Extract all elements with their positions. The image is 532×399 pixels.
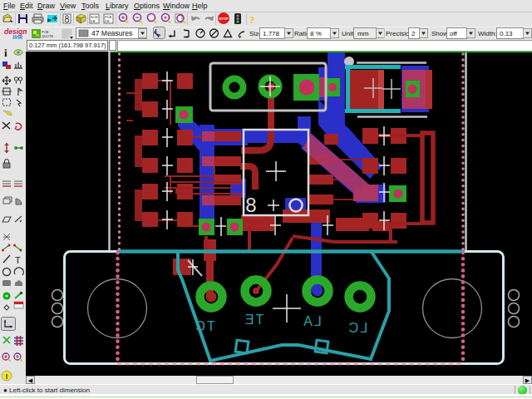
svg-text:2: 2	[411, 30, 416, 37]
svg-text:!: !	[6, 372, 8, 381]
svg-text:off: off	[450, 30, 458, 37]
svg-text:47 Measures: 47 Measures	[91, 29, 132, 37]
svg-text:mm: mm	[357, 30, 369, 37]
svg-text:0.13: 0.13	[500, 30, 513, 37]
svg-text:i: i	[4, 47, 7, 59]
svg-text:8 %: 8 %	[310, 30, 322, 37]
svg-text:DE: DE	[91, 19, 96, 23]
svg-text:LC: LC	[347, 321, 367, 335]
svg-text:8: 8	[245, 194, 256, 216]
svg-text:QUOTE: QUOTE	[42, 34, 54, 38]
svg-text:Width:: Width:	[478, 30, 497, 37]
svg-text:1.778: 1.778	[263, 30, 280, 37]
svg-text:TC: TC	[194, 319, 214, 333]
svg-text:T: T	[15, 255, 21, 265]
svg-text:?: ?	[249, 13, 255, 26]
svg-text:STOP: STOP	[219, 17, 229, 21]
svg-text:TE: TE	[244, 313, 264, 327]
svg-text:Unit:: Unit:	[342, 30, 355, 37]
svg-text:DE: DE	[105, 19, 110, 23]
svg-text:link: link	[12, 34, 23, 40]
svg-text:LA: LA	[302, 314, 322, 328]
